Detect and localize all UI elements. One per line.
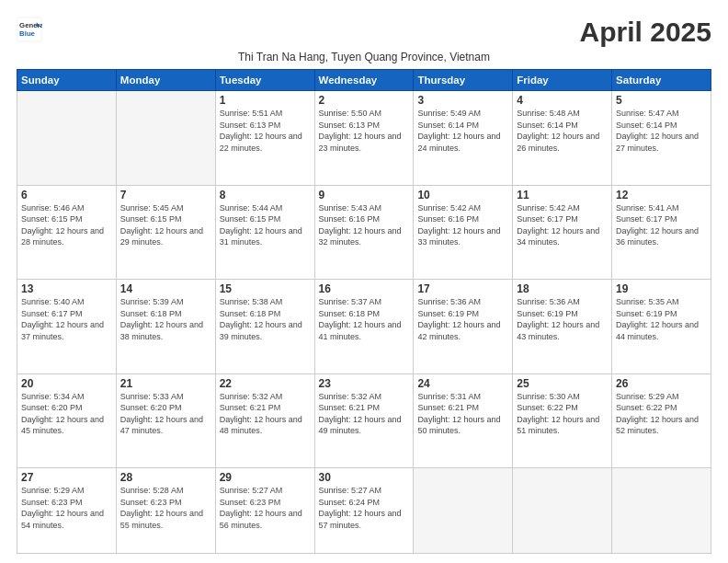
calendar-cell: 13Sunrise: 5:40 AM Sunset: 6:17 PM Dayli… xyxy=(17,280,117,374)
day-info: Sunrise: 5:39 AM Sunset: 6:18 PM Dayligh… xyxy=(120,296,211,342)
day-number: 16 xyxy=(319,282,410,295)
weekday-header-tuesday: Tuesday xyxy=(215,70,314,91)
day-info: Sunrise: 5:47 AM Sunset: 6:14 PM Dayligh… xyxy=(616,108,707,154)
calendar-cell: 12Sunrise: 5:41 AM Sunset: 6:17 PM Dayli… xyxy=(612,185,711,280)
day-info: Sunrise: 5:29 AM Sunset: 6:23 PM Dayligh… xyxy=(21,485,112,531)
day-number: 9 xyxy=(319,189,410,201)
logo: General Blue xyxy=(17,17,42,42)
day-number: 14 xyxy=(120,282,211,295)
calendar-cell: 14Sunrise: 5:39 AM Sunset: 6:18 PM Dayli… xyxy=(116,280,215,374)
calendar-cell: 8Sunrise: 5:44 AM Sunset: 6:15 PM Daylig… xyxy=(215,185,314,280)
calendar-cell: 4Sunrise: 5:48 AM Sunset: 6:14 PM Daylig… xyxy=(513,91,612,186)
calendar-cell: 29Sunrise: 5:27 AM Sunset: 6:23 PM Dayli… xyxy=(215,468,314,554)
day-info: Sunrise: 5:40 AM Sunset: 6:17 PM Dayligh… xyxy=(21,296,112,342)
day-info: Sunrise: 5:32 AM Sunset: 6:21 PM Dayligh… xyxy=(220,391,311,437)
calendar-cell: 1Sunrise: 5:51 AM Sunset: 6:13 PM Daylig… xyxy=(215,91,314,186)
day-info: Sunrise: 5:48 AM Sunset: 6:14 PM Dayligh… xyxy=(517,108,608,154)
day-info: Sunrise: 5:30 AM Sunset: 6:22 PM Dayligh… xyxy=(517,391,608,437)
logo-icon: General Blue xyxy=(17,17,42,42)
day-number: 2 xyxy=(319,94,410,107)
day-info: Sunrise: 5:38 AM Sunset: 6:18 PM Dayligh… xyxy=(220,296,311,342)
day-number: 8 xyxy=(220,189,311,201)
week-row-2: 6Sunrise: 5:46 AM Sunset: 6:15 PM Daylig… xyxy=(17,185,711,280)
day-number: 25 xyxy=(517,377,608,390)
calendar-cell: 26Sunrise: 5:29 AM Sunset: 6:22 PM Dayli… xyxy=(612,373,711,468)
calendar-cell xyxy=(612,468,711,554)
calendar-cell: 17Sunrise: 5:36 AM Sunset: 6:19 PM Dayli… xyxy=(414,280,513,374)
day-info: Sunrise: 5:29 AM Sunset: 6:22 PM Dayligh… xyxy=(616,391,707,437)
calendar-cell: 21Sunrise: 5:33 AM Sunset: 6:20 PM Dayli… xyxy=(116,373,215,468)
weekday-header-sunday: Sunday xyxy=(17,70,117,91)
day-number: 22 xyxy=(220,377,311,390)
day-info: Sunrise: 5:51 AM Sunset: 6:13 PM Dayligh… xyxy=(220,108,311,154)
calendar-cell: 20Sunrise: 5:34 AM Sunset: 6:20 PM Dayli… xyxy=(17,373,117,468)
calendar-cell: 28Sunrise: 5:28 AM Sunset: 6:23 PM Dayli… xyxy=(116,468,215,554)
calendar: SundayMondayTuesdayWednesdayThursdayFrid… xyxy=(17,69,711,554)
day-info: Sunrise: 5:36 AM Sunset: 6:19 PM Dayligh… xyxy=(517,296,608,342)
day-info: Sunrise: 5:36 AM Sunset: 6:19 PM Dayligh… xyxy=(417,296,508,342)
calendar-cell xyxy=(116,91,215,186)
day-info: Sunrise: 5:44 AM Sunset: 6:15 PM Dayligh… xyxy=(220,202,311,248)
calendar-cell: 30Sunrise: 5:27 AM Sunset: 6:24 PM Dayli… xyxy=(314,468,414,554)
day-number: 3 xyxy=(417,94,508,107)
location: Thi Tran Na Hang, Tuyen Quang Province, … xyxy=(17,51,711,63)
day-number: 6 xyxy=(21,189,112,201)
day-info: Sunrise: 5:50 AM Sunset: 6:13 PM Dayligh… xyxy=(319,108,410,154)
day-number: 27 xyxy=(21,471,112,484)
day-info: Sunrise: 5:49 AM Sunset: 6:14 PM Dayligh… xyxy=(417,108,508,154)
calendar-cell: 2Sunrise: 5:50 AM Sunset: 6:13 PM Daylig… xyxy=(314,91,414,186)
calendar-cell: 9Sunrise: 5:43 AM Sunset: 6:16 PM Daylig… xyxy=(314,185,414,280)
day-number: 7 xyxy=(120,189,211,201)
calendar-cell: 3Sunrise: 5:49 AM Sunset: 6:14 PM Daylig… xyxy=(414,91,513,186)
weekday-header-row: SundayMondayTuesdayWednesdayThursdayFrid… xyxy=(17,70,711,91)
header: General Blue April 2025 xyxy=(17,17,711,47)
calendar-cell: 7Sunrise: 5:45 AM Sunset: 6:15 PM Daylig… xyxy=(116,185,215,280)
day-info: Sunrise: 5:42 AM Sunset: 6:16 PM Dayligh… xyxy=(417,202,508,248)
day-number: 17 xyxy=(417,282,508,295)
calendar-cell xyxy=(513,468,612,554)
title-block: April 2025 xyxy=(580,17,711,47)
weekday-header-friday: Friday xyxy=(513,70,612,91)
day-number: 30 xyxy=(319,471,410,484)
day-info: Sunrise: 5:27 AM Sunset: 6:23 PM Dayligh… xyxy=(220,485,311,531)
day-number: 26 xyxy=(616,377,707,390)
weekday-header-wednesday: Wednesday xyxy=(314,70,414,91)
calendar-cell: 23Sunrise: 5:32 AM Sunset: 6:21 PM Dayli… xyxy=(314,373,414,468)
day-info: Sunrise: 5:35 AM Sunset: 6:19 PM Dayligh… xyxy=(616,296,707,342)
page: General Blue April 2025 Thi Tran Na Hang… xyxy=(0,0,728,563)
calendar-cell: 11Sunrise: 5:42 AM Sunset: 6:17 PM Dayli… xyxy=(513,185,612,280)
day-number: 24 xyxy=(417,377,508,390)
week-row-5: 27Sunrise: 5:29 AM Sunset: 6:23 PM Dayli… xyxy=(17,468,711,554)
weekday-header-saturday: Saturday xyxy=(612,70,711,91)
day-number: 18 xyxy=(517,282,608,295)
calendar-cell: 19Sunrise: 5:35 AM Sunset: 6:19 PM Dayli… xyxy=(612,280,711,374)
week-row-3: 13Sunrise: 5:40 AM Sunset: 6:17 PM Dayli… xyxy=(17,280,711,374)
day-number: 4 xyxy=(517,94,608,107)
calendar-cell: 25Sunrise: 5:30 AM Sunset: 6:22 PM Dayli… xyxy=(513,373,612,468)
day-info: Sunrise: 5:42 AM Sunset: 6:17 PM Dayligh… xyxy=(517,202,608,248)
day-info: Sunrise: 5:41 AM Sunset: 6:17 PM Dayligh… xyxy=(616,202,707,248)
week-row-4: 20Sunrise: 5:34 AM Sunset: 6:20 PM Dayli… xyxy=(17,373,711,468)
calendar-cell: 27Sunrise: 5:29 AM Sunset: 6:23 PM Dayli… xyxy=(17,468,117,554)
day-number: 20 xyxy=(21,377,112,390)
calendar-cell: 18Sunrise: 5:36 AM Sunset: 6:19 PM Dayli… xyxy=(513,280,612,374)
week-row-1: 1Sunrise: 5:51 AM Sunset: 6:13 PM Daylig… xyxy=(17,91,711,186)
day-info: Sunrise: 5:32 AM Sunset: 6:21 PM Dayligh… xyxy=(319,391,410,437)
calendar-cell: 22Sunrise: 5:32 AM Sunset: 6:21 PM Dayli… xyxy=(215,373,314,468)
svg-text:Blue: Blue xyxy=(19,29,36,38)
day-info: Sunrise: 5:31 AM Sunset: 6:21 PM Dayligh… xyxy=(417,391,508,437)
day-number: 1 xyxy=(220,94,311,107)
calendar-cell xyxy=(17,91,117,186)
day-number: 21 xyxy=(120,377,211,390)
calendar-cell: 10Sunrise: 5:42 AM Sunset: 6:16 PM Dayli… xyxy=(414,185,513,280)
day-number: 5 xyxy=(616,94,707,107)
day-number: 15 xyxy=(220,282,311,295)
calendar-cell: 6Sunrise: 5:46 AM Sunset: 6:15 PM Daylig… xyxy=(17,185,117,280)
calendar-cell: 24Sunrise: 5:31 AM Sunset: 6:21 PM Dayli… xyxy=(414,373,513,468)
day-number: 23 xyxy=(319,377,410,390)
day-info: Sunrise: 5:33 AM Sunset: 6:20 PM Dayligh… xyxy=(120,391,211,437)
day-info: Sunrise: 5:43 AM Sunset: 6:16 PM Dayligh… xyxy=(319,202,410,248)
day-number: 19 xyxy=(616,282,707,295)
day-info: Sunrise: 5:34 AM Sunset: 6:20 PM Dayligh… xyxy=(21,391,112,437)
day-number: 10 xyxy=(417,189,508,201)
